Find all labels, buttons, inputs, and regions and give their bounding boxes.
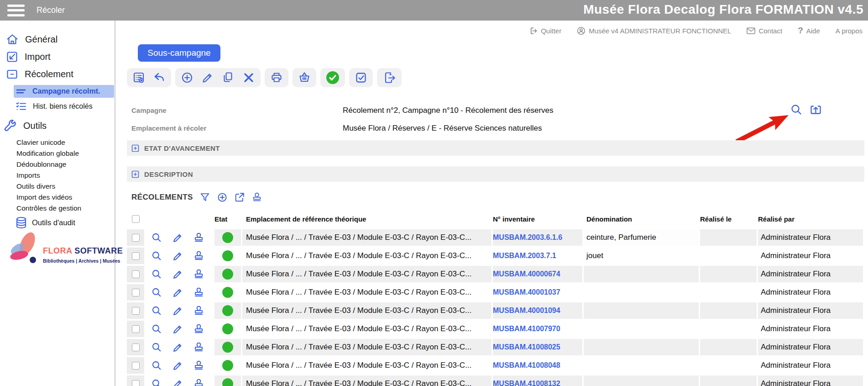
row-checkbox[interactable] [132,362,140,370]
undo-icon[interactable] [153,71,166,84]
row-inventaire-link[interactable]: MUSBAM.2003.7.1 [493,248,582,264]
row-inventaire-link[interactable]: MUSBAM.41007970 [493,321,582,337]
edit-icon[interactable] [172,378,183,386]
edit-icon[interactable] [172,269,183,280]
search-icon[interactable] [151,360,162,371]
row-inventaire-link[interactable]: MUSBAM.41008048 [493,357,582,374]
delete-icon[interactable] [242,71,255,84]
status-green-dot [222,323,233,334]
search-icon[interactable] [151,342,162,353]
search-icon[interactable] [790,103,803,116]
open-window-icon[interactable] [809,103,822,116]
row-checkbox[interactable] [132,307,140,315]
print-icon[interactable] [270,71,283,84]
sidebar-tool-item[interactable]: Dédoublonnage [0,159,115,170]
sidebar-tool-item[interactable]: Outils divers [0,181,115,192]
hamburger-menu-icon[interactable] [7,5,25,16]
select-all-checkbox[interactable] [132,215,140,223]
row-checkbox[interactable] [132,252,140,260]
sidebar-tool-item[interactable]: Contrôles de gestion [0,203,115,214]
table-row: Musée Flora / ... / Travée E-03 / Module… [127,266,864,282]
stamp-icon[interactable] [193,378,204,386]
edit-icon[interactable] [201,71,214,84]
sidebar-item-recolement[interactable]: Récolement [0,65,115,83]
search-icon[interactable] [151,323,162,335]
edit-icon[interactable] [172,342,183,353]
edit-icon[interactable] [172,232,183,243]
row-checkbox[interactable] [132,380,140,386]
basket-icon[interactable] [298,71,311,84]
aide-link[interactable]: ? Aide [798,26,820,36]
search-icon[interactable] [151,305,162,317]
row-inventaire-link[interactable]: MUSBAM.41008025 [493,339,582,355]
add-icon[interactable] [217,192,228,203]
tools-list: Clavier unicodeModification globaleDédou… [0,137,115,214]
stamp-icon[interactable] [251,192,262,203]
row-inventaire-link[interactable]: MUSBAM.40001037 [493,284,582,301]
row-inventaire-link[interactable]: MUSBAM.2003.6.1.6 [493,229,582,246]
stamp-icon[interactable] [193,305,204,317]
row-realise-par: Administrateur Flora [758,266,863,282]
row-checkbox[interactable] [132,270,140,278]
archive-box-icon [6,68,18,80]
edit-icon[interactable] [172,250,183,262]
list-display-icon[interactable] [132,71,145,84]
export-icon[interactable] [382,71,396,84]
row-emplacement: Musée Flora / ... / Travée E-03 / Module… [242,375,492,386]
quitter-link[interactable]: Quitter [529,26,561,35]
section-etat-avancement[interactable]: ETAT D'AVANCEMENT [127,140,864,156]
stamp-icon[interactable] [193,323,204,335]
col-emplacement: Emplacement de référence théorique [242,215,492,223]
search-icon[interactable] [151,269,162,280]
sidebar-item-hist-biens-recoles[interactable]: Hist. biens récolés [0,100,115,113]
row-checkbox[interactable] [132,325,140,333]
search-icon[interactable] [151,287,162,298]
stamp-icon[interactable] [193,250,204,262]
contact-link[interactable]: Contact [747,27,782,35]
edit-icon[interactable] [172,360,183,371]
row-inventaire-link[interactable]: MUSBAM.40001094 [493,302,582,319]
search-icon[interactable] [151,378,162,386]
add-icon[interactable] [181,71,193,84]
row-inventaire-link[interactable]: MUSBAM.40000674 [493,266,582,282]
checkbox-icon[interactable] [355,71,367,84]
search-icon[interactable] [151,250,162,262]
external-link-icon[interactable] [234,192,245,203]
row-checkbox[interactable] [132,289,140,296]
sidebar: Général Import Récolement Campagne récol… [0,21,115,386]
row-inventaire-link[interactable]: MUSBAM.41008132 [493,375,582,386]
sidebar-item-outils[interactable]: Outils [0,116,115,135]
row-checkbox[interactable] [132,344,140,351]
sidebar-item-outils-audit[interactable]: Outils d'audit [0,215,115,230]
row-realise-le [700,302,757,319]
edit-icon[interactable] [172,287,183,298]
row-denomination: ceinture, Parfumerie [584,229,699,246]
edit-icon[interactable] [172,305,183,317]
filter-icon[interactable] [199,192,210,203]
stamp-icon[interactable] [193,232,204,243]
stamp-icon[interactable] [193,287,204,298]
sidebar-tool-item[interactable]: Clavier unicode [0,137,115,148]
edit-icon[interactable] [172,323,183,335]
search-icon[interactable] [151,232,162,243]
status-green-dot [222,269,233,280]
stamp-icon[interactable] [193,269,204,280]
row-checkbox[interactable] [132,234,140,242]
stamp-icon[interactable] [193,342,204,353]
section-description[interactable]: DESCRIPTION [127,166,864,182]
user-menu[interactable]: Musée v4 ADMINISTRATEUR FONCTIONNEL [577,26,731,35]
sidebar-item-import[interactable]: Import [0,48,115,65]
table-header-row: Etat Emplacement de référence théorique … [127,211,864,227]
sidebar-tool-item[interactable]: Modification globale [0,148,115,159]
stamp-icon[interactable] [193,360,204,371]
sidebar-item-general[interactable]: Général [0,31,115,48]
sidebar-tool-item[interactable]: Import des vidéos [0,192,115,203]
validate-icon[interactable] [326,71,340,85]
apropos-link[interactable]: A propos [836,27,863,35]
sidebar-item-campagne-recolement[interactable]: Campagne récolmt. [14,85,114,98]
row-realise-par: Administrateur Flora [758,375,863,386]
row-denomination [584,375,699,386]
sidebar-tool-item[interactable]: Imports [0,170,115,181]
copy-icon[interactable] [222,71,235,84]
tab-sous-campagne[interactable]: Sous-campagne [138,44,220,62]
